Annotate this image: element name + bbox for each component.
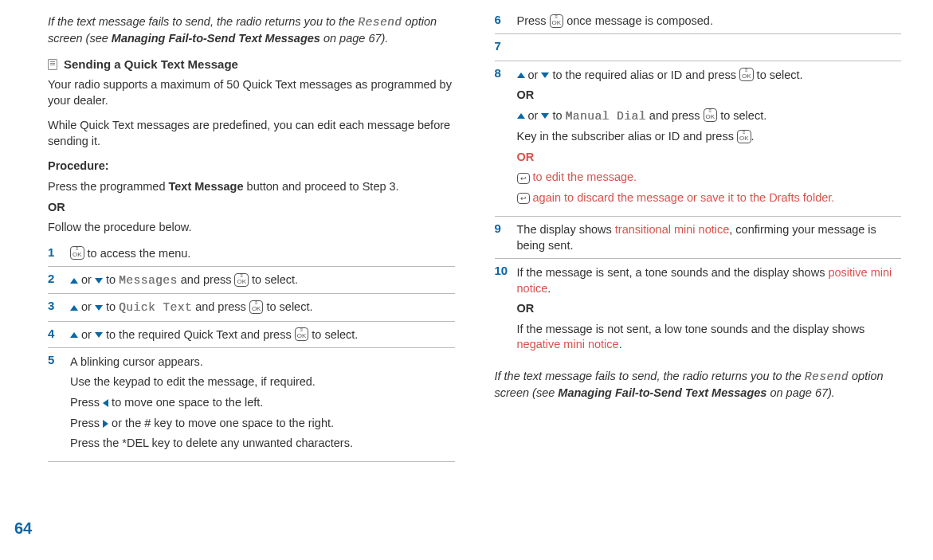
text: If the message is sent, a tone sounds an…	[517, 265, 902, 296]
or-label: OR	[517, 88, 902, 104]
step-body: or to the required Quick Text and press …	[70, 327, 455, 343]
step-body: Press ≡OK once message is composed.	[517, 13, 902, 29]
paragraph: Your radio supports a maximum of 50 Quic…	[48, 77, 455, 108]
resend-mono: Resend	[358, 16, 402, 29]
resend-mono: Resend	[805, 370, 849, 383]
text: A blinking cursor appears.	[70, 354, 455, 370]
down-arrow-icon	[95, 305, 103, 311]
text: or	[78, 328, 95, 341]
page-number: 64	[14, 519, 32, 538]
ok-button-icon: ≡OK	[550, 14, 564, 28]
text: and press	[178, 273, 235, 286]
red-text: transitional mini notice	[615, 223, 729, 236]
step-number: 5	[48, 353, 62, 456]
section-heading: Sending a Quick Text Message	[48, 57, 455, 71]
text: or the # key to move one space to the ri…	[108, 417, 334, 429]
step-body: A blinking cursor appears. Use the keypa…	[70, 353, 455, 456]
up-arrow-icon	[70, 278, 78, 284]
step-4: 4 or to the required Quick Text and pres…	[48, 322, 455, 348]
heading-text: Sending a Quick Text Message	[64, 57, 238, 71]
text: to access the menu.	[84, 247, 191, 260]
ok-button-icon: ≡OK	[70, 246, 84, 260]
step-8: 8 or to the required alias or ID and pre…	[495, 61, 902, 217]
cross-reference: Managing Fail-to-Send Text Messages	[112, 32, 320, 45]
back-button-icon: ↩	[517, 173, 530, 184]
text: once message is composed.	[563, 14, 713, 27]
text: Key in the subscriber alias or ID and pr…	[517, 129, 902, 145]
button-name: Text Message	[169, 180, 244, 193]
text: and press	[192, 300, 249, 313]
text: button and proceed to Step 3.	[244, 180, 399, 193]
menu-item: Messages	[119, 274, 178, 287]
ok-button-icon: ≡OK	[295, 327, 309, 341]
text: or to Manual Dial and press ≡OK to selec…	[517, 108, 902, 125]
text: If the text message fails to send, the r…	[48, 15, 358, 28]
text: The display shows	[517, 223, 615, 236]
outro-note: If the text message fails to send, the r…	[495, 369, 902, 401]
down-arrow-icon	[95, 278, 103, 284]
step-number: 7	[495, 39, 509, 55]
step-5: 5 A blinking cursor appears. Use the key…	[48, 348, 455, 462]
right-column: 6 Press ≡OK once message is composed. 7 …	[495, 8, 902, 462]
step-number: 4	[48, 327, 62, 343]
text: .	[751, 130, 755, 143]
ok-button-icon: ≡OK	[249, 300, 264, 314]
step-number: 8	[495, 66, 509, 211]
text: to the required Quick Text and press	[103, 328, 295, 341]
text: or	[78, 273, 95, 286]
text: to select.	[717, 109, 766, 122]
down-arrow-icon	[541, 72, 549, 78]
page-content: If the text message fails to send, the r…	[0, 0, 933, 462]
step-body	[517, 39, 902, 55]
procedure-label: Procedure:	[48, 159, 455, 174]
text: to the required alias or ID and press	[549, 69, 739, 81]
text: again to discard the message or save it …	[530, 191, 835, 204]
text: to move one space to the left.	[108, 396, 263, 409]
left-column: If the text message fails to send, the r…	[32, 8, 455, 462]
text: Press the programmed	[48, 180, 169, 193]
step-body: The display shows transitional mini noti…	[517, 221, 902, 254]
text: to	[103, 273, 119, 286]
step-body: or to Messages and press ≡OK to select.	[70, 272, 455, 288]
step-number: 3	[48, 299, 62, 315]
step-body: If the message is sent, a tone sounds an…	[517, 264, 902, 358]
text: Press	[70, 396, 103, 409]
text: If the message is not sent, a low tone s…	[517, 322, 902, 353]
down-arrow-icon	[541, 113, 549, 119]
text: to	[103, 300, 119, 313]
text: on page 67).	[320, 32, 388, 45]
text: Use the keypad to edit the message, if r…	[70, 374, 455, 390]
text: and press	[646, 109, 704, 122]
cross-reference: Managing Fail-to-Send Text Messages	[558, 386, 766, 399]
up-arrow-icon	[70, 332, 78, 338]
text: If the message is not sent, a low tone s…	[517, 323, 865, 335]
step-7: 7	[495, 34, 902, 61]
text: Press	[517, 14, 550, 27]
step-body: or to the required alias or ID and press…	[517, 66, 902, 211]
down-arrow-icon	[95, 332, 103, 338]
step-number: 9	[495, 221, 509, 254]
text: to	[549, 109, 565, 122]
text: Press the *DEL key to delete any unwante…	[70, 436, 455, 452]
or-label-red: OR	[517, 150, 902, 166]
text: Press	[70, 417, 103, 429]
step-number: 2	[48, 272, 62, 288]
text: to edit the message.	[530, 170, 637, 183]
ok-button-icon: ≡OK	[234, 273, 249, 287]
step-number: 6	[495, 13, 509, 29]
text: or	[78, 300, 95, 313]
up-arrow-icon	[70, 305, 78, 311]
text: to select.	[754, 69, 803, 81]
text: or	[525, 109, 542, 122]
up-arrow-icon	[517, 72, 525, 78]
text: to select.	[249, 273, 298, 286]
step-9: 9 The display shows transitional mini no…	[495, 217, 902, 260]
or-label: OR	[517, 301, 902, 317]
ok-button-icon: ≡OK	[737, 130, 751, 143]
red-text: ↩ to edit the message.	[517, 170, 902, 186]
text: to select.	[263, 300, 312, 313]
text: or	[525, 69, 542, 81]
text: .	[547, 282, 551, 295]
ok-button-icon: ≡OK	[739, 68, 754, 81]
text: on page 67).	[766, 386, 834, 399]
